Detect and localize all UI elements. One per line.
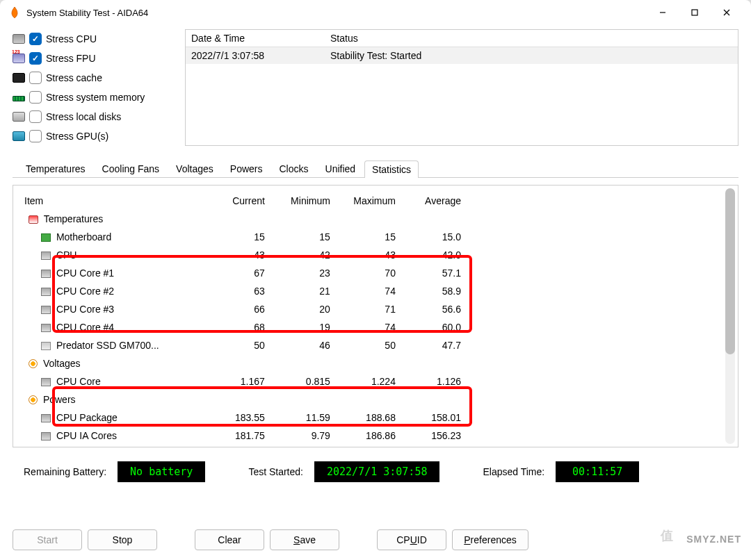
stats-row[interactable]: Predator SSD GM700...50465047.7	[20, 336, 465, 354]
log-header-status[interactable]: Status	[325, 30, 717, 47]
stat-value: 1.167	[204, 372, 269, 390]
battery-value: No battery	[118, 461, 205, 482]
stat-value: 42.0	[400, 246, 465, 264]
row-label: CPU Core	[54, 376, 101, 387]
row-icon	[41, 342, 51, 350]
log-status: Stability Test: Started	[325, 47, 717, 65]
stats-row[interactable]: CPU Core1.1670.8151.2241.126	[20, 372, 465, 390]
stat-value: 50	[204, 336, 269, 354]
stats-row[interactable]: CPU Core #366207156.6	[20, 300, 465, 318]
stress-label: Stress CPU	[46, 33, 97, 44]
stat-value: 9.79	[269, 427, 334, 445]
row-icon	[41, 378, 51, 386]
stats-row[interactable]: CPU Core #263217458.9	[20, 282, 465, 300]
stop-button[interactable]: Stop	[88, 529, 157, 550]
stats-header[interactable]: Average	[400, 192, 465, 210]
stats-row[interactable]: CPU IA Cores181.759.79186.86156.23	[20, 427, 465, 445]
stress-label: Stress cache	[46, 72, 102, 83]
hardware-icon	[13, 131, 25, 141]
stress-label: Stress GPU(s)	[46, 131, 108, 142]
window: System Stability Test - AIDA64 Stress CP…	[0, 0, 751, 560]
stats-row[interactable]: CPU Core #167237057.1	[20, 264, 465, 282]
row-icon	[41, 270, 51, 278]
stat-value: 43	[204, 246, 269, 264]
start-button[interactable]: Start	[13, 529, 82, 550]
stat-value: 74	[334, 318, 400, 336]
tab-statistics[interactable]: Statistics	[364, 160, 419, 178]
stats-header[interactable]: Current	[204, 192, 269, 210]
stats-header[interactable]: Maximum	[334, 192, 400, 210]
log-datetime: 2022/7/1 3:07:58	[186, 47, 325, 65]
stats-row[interactable]: Motherboard15151515.0	[20, 228, 465, 246]
log-row[interactable]: 2022/7/1 3:07:58Stability Test: Started	[186, 47, 738, 65]
started-value: 2022/7/1 3:07:58	[314, 461, 440, 482]
row-label: Predator SSD GM700...	[54, 340, 159, 351]
stat-value: 186.86	[334, 427, 400, 445]
stat-value: 1.224	[334, 372, 400, 390]
stress-checkbox[interactable]	[29, 130, 42, 142]
stat-value: 21	[269, 282, 334, 300]
row-label: CPU Core #2	[54, 286, 114, 297]
close-button[interactable]	[711, 0, 743, 25]
stats-row[interactable]: CPU43424342.0	[20, 246, 465, 264]
stat-value: 60.0	[400, 318, 465, 336]
stress-checkbox[interactable]	[29, 110, 42, 123]
row-label: CPU Core #4	[54, 322, 114, 333]
group-icon	[29, 359, 38, 368]
row-icon	[41, 324, 51, 332]
row-icon	[41, 288, 51, 296]
stat-value: 74	[334, 282, 400, 300]
row-label: Motherboard	[54, 231, 111, 242]
stress-row-5: Stress GPU(s)	[13, 126, 179, 146]
stress-row-3: Stress system memory	[13, 88, 179, 107]
stat-value: 47.7	[400, 336, 465, 354]
stats-header[interactable]: Item	[20, 192, 204, 210]
save-button[interactable]: Save	[270, 529, 339, 550]
log-header-datetime[interactable]: Date & Time	[186, 30, 325, 47]
stat-value: 183.55	[204, 409, 269, 427]
preferences-button[interactable]: Preferences	[452, 529, 528, 550]
tab-temperatures[interactable]: Temperatures	[18, 160, 93, 177]
elapsed-value: 00:11:57	[556, 461, 639, 482]
stats-row[interactable]: Temperatures	[20, 210, 465, 228]
stat-value: 1.126	[400, 372, 465, 390]
tab-unified[interactable]: Unified	[318, 160, 364, 177]
tab-cooling-fans[interactable]: Cooling Fans	[95, 160, 168, 177]
stat-value: 158.01	[400, 409, 465, 427]
stat-value: 58.9	[400, 282, 465, 300]
row-label: CPU Package	[54, 412, 118, 423]
tab-voltages[interactable]: Voltages	[168, 160, 221, 177]
maximize-button[interactable]	[679, 0, 711, 25]
titlebar: System Stability Test - AIDA64	[0, 0, 751, 25]
stats-row[interactable]: CPU Package183.5511.59188.68158.01	[20, 409, 465, 427]
stats-header[interactable]: Minimum	[269, 192, 334, 210]
group-label: Temperatures	[41, 213, 103, 224]
tab-clocks[interactable]: Clocks	[272, 160, 316, 177]
hardware-icon	[13, 73, 25, 83]
cpuid-button[interactable]: CPUID	[377, 529, 446, 550]
scrollbar-thumb[interactable]	[725, 188, 735, 354]
stress-checkbox[interactable]	[29, 33, 42, 45]
stat-value: 66	[204, 300, 269, 318]
clear-button[interactable]: Clear	[195, 529, 264, 550]
stress-row-0: Stress CPU	[13, 29, 179, 49]
stat-value: 70	[334, 264, 400, 282]
window-title: System Stability Test - AIDA64	[26, 8, 148, 18]
stat-value: 15	[269, 228, 334, 246]
row-icon	[41, 233, 51, 242]
scrollbar[interactable]	[725, 188, 735, 444]
stress-row-1: Stress FPU	[13, 49, 179, 68]
stress-checkbox[interactable]	[29, 91, 42, 104]
stress-checkbox[interactable]	[29, 72, 42, 84]
stress-checkbox[interactable]	[29, 52, 42, 65]
tab-powers[interactable]: Powers	[223, 160, 270, 177]
stat-value: 63	[204, 282, 269, 300]
minimize-button[interactable]	[647, 0, 679, 25]
stats-row[interactable]: Powers	[20, 390, 465, 409]
stat-value: 68	[204, 318, 269, 336]
svg-rect-1	[692, 10, 697, 15]
stats-row[interactable]: Voltages	[20, 354, 465, 372]
stress-label: Stress local disks	[46, 111, 121, 122]
stats-row[interactable]: CPU Core #468197460.0	[20, 318, 465, 336]
stat-value: 50	[334, 336, 400, 354]
